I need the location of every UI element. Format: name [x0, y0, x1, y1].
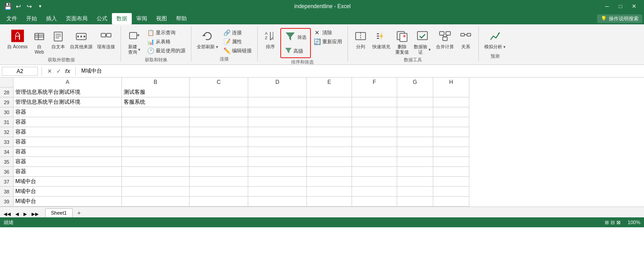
split-column-button[interactable]: 分列	[352, 28, 370, 51]
cell-e32[interactable]	[307, 127, 352, 137]
quick-access-toolbar[interactable]: 💾 ↩ ↪ ▼	[4, 2, 44, 10]
cell-h36[interactable]	[433, 167, 469, 177]
cell-b32[interactable]	[122, 127, 190, 137]
cell-d31[interactable]	[248, 117, 307, 127]
window-controls[interactable]: ─ □ ✕	[601, 0, 640, 13]
cell-e31[interactable]	[307, 117, 352, 127]
cell-g30[interactable]	[397, 107, 433, 117]
edit-links-button[interactable]: ✏️ 编辑链接	[222, 46, 254, 55]
cell-f32[interactable]	[352, 127, 397, 137]
table-row[interactable]: 29 管理信息系统平台测试环境 客服系统	[0, 97, 644, 107]
redo-icon[interactable]: ↪	[25, 2, 33, 10]
close-button[interactable]: ✕	[628, 0, 640, 13]
menu-data[interactable]: 数据	[112, 13, 132, 24]
menu-insert[interactable]: 插入	[42, 13, 61, 24]
menu-file[interactable]: 文件	[2, 13, 22, 24]
reapply-button[interactable]: 🔄 重新应用	[312, 37, 344, 46]
search-box[interactable]: 💡 操作说明搜索	[597, 14, 642, 23]
remove-duplicates-button[interactable]: 删除重复值	[393, 28, 411, 56]
table-row[interactable]: 34 容器	[0, 147, 644, 157]
cell-d39[interactable]	[248, 197, 307, 207]
cell-a34[interactable]: 容器	[14, 147, 122, 157]
access-button[interactable]: 🅰 自 Access	[5, 28, 29, 51]
cell-e30[interactable]	[307, 107, 352, 117]
cell-a32[interactable]: 容器	[14, 127, 122, 137]
normal-view-icon[interactable]: ⊞	[605, 220, 609, 225]
cell-d38[interactable]	[248, 187, 307, 197]
cell-b31[interactable]	[122, 117, 190, 127]
undo-icon[interactable]: ↩	[14, 2, 23, 10]
web-button[interactable]: 自Web	[30, 28, 48, 56]
cell-d37[interactable]	[248, 177, 307, 187]
relationships-button[interactable]: 关系	[457, 28, 475, 51]
cell-e34[interactable]	[307, 147, 352, 157]
cell-e37[interactable]	[307, 177, 352, 187]
what-if-button[interactable]: 模拟分析 ▼	[482, 28, 508, 51]
cancel-formula-button[interactable]: ✕	[46, 67, 54, 75]
table-row[interactable]: 30 容器	[0, 107, 644, 117]
cell-h38[interactable]	[433, 187, 469, 197]
cell-c30[interactable]	[190, 107, 248, 117]
data-validate-button[interactable]: 数据验证 ▼	[412, 28, 433, 56]
properties-button[interactable]: 📝 属性	[222, 37, 254, 46]
table-row[interactable]: 35 容器	[0, 157, 644, 167]
consolidate-button[interactable]: 合并计算	[434, 28, 456, 51]
col-header-C[interactable]: C	[190, 78, 248, 87]
cell-e28[interactable]	[307, 87, 352, 97]
cell-c37[interactable]	[190, 177, 248, 187]
table-row[interactable]: 38 M域中台	[0, 187, 644, 197]
sheet-scroll-right[interactable]: ▶▶	[30, 211, 41, 217]
menu-view[interactable]: 视图	[152, 13, 171, 24]
cell-d36[interactable]	[248, 167, 307, 177]
cell-c38[interactable]	[190, 187, 248, 197]
connections-button[interactable]: 🔗 连接	[222, 28, 254, 37]
sort-button[interactable]: A Z 排序	[261, 28, 279, 51]
cell-f39[interactable]	[352, 197, 397, 207]
cell-h30[interactable]	[433, 107, 469, 117]
cell-h39[interactable]	[433, 197, 469, 207]
advanced-filter-button[interactable]: 高级	[283, 46, 308, 56]
cell-f33[interactable]	[352, 137, 397, 147]
cell-c31[interactable]	[190, 117, 248, 127]
cell-d34[interactable]	[248, 147, 307, 157]
cell-d35[interactable]	[248, 157, 307, 167]
cell-e38[interactable]	[307, 187, 352, 197]
table-row[interactable]: 31 容器	[0, 117, 644, 127]
cell-a38[interactable]: M域中台	[14, 187, 122, 197]
customize-icon[interactable]: ▼	[36, 2, 44, 10]
col-header-G[interactable]: G	[397, 78, 433, 87]
cell-g37[interactable]	[397, 177, 433, 187]
cell-e39[interactable]	[307, 197, 352, 207]
cell-e29[interactable]	[307, 97, 352, 107]
table-row[interactable]: 39 M域中台	[0, 197, 644, 207]
cell-a39[interactable]: M域中台	[14, 197, 122, 207]
page-break-icon[interactable]: ⊠	[616, 220, 621, 225]
cell-g35[interactable]	[397, 157, 433, 167]
cell-b28[interactable]: 测试客服	[122, 87, 190, 97]
existing-connections-button[interactable]: 现有连接	[95, 28, 117, 51]
cell-g39[interactable]	[397, 197, 433, 207]
cell-e35[interactable]	[307, 157, 352, 167]
cell-e36[interactable]	[307, 167, 352, 177]
table-row[interactable]: 36 容器	[0, 167, 644, 177]
recent-sources-button[interactable]: 🕐 最近使用的源	[145, 46, 187, 55]
cell-a36[interactable]: 容器	[14, 167, 122, 177]
cell-a28[interactable]: 管理信息系统平台测试环境	[14, 87, 122, 97]
menu-review[interactable]: 审阅	[132, 13, 152, 24]
cell-c36[interactable]	[190, 167, 248, 177]
table-row[interactable]: 37 M域中台	[0, 177, 644, 187]
cell-d33[interactable]	[248, 137, 307, 147]
cell-a30[interactable]: 容器	[14, 107, 122, 117]
refresh-all-button[interactable]: 全部刷新 ▼	[195, 28, 221, 51]
confirm-formula-button[interactable]: ✓	[55, 67, 63, 75]
col-header-E[interactable]: E	[307, 78, 352, 87]
cell-b38[interactable]	[122, 187, 190, 197]
cell-h29[interactable]	[433, 97, 469, 107]
new-query-button[interactable]: 新建查询 ▼	[125, 28, 144, 56]
cell-d28[interactable]	[248, 87, 307, 97]
cell-f31[interactable]	[352, 117, 397, 127]
table-row[interactable]: 32 容器	[0, 127, 644, 137]
function-button[interactable]: fx	[64, 67, 72, 75]
formula-input[interactable]: M域中台	[79, 67, 642, 75]
cell-c28[interactable]	[190, 87, 248, 97]
